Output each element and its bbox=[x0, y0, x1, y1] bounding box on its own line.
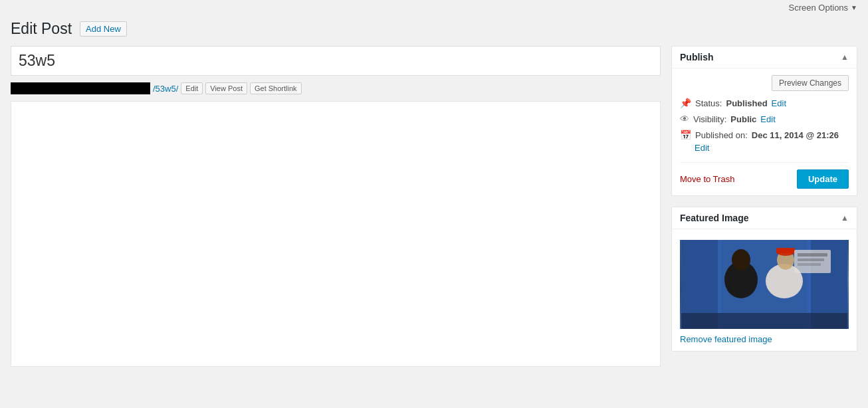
published-on-label: Published on: bbox=[695, 130, 748, 140]
page-header: Edit Post Add New bbox=[0, 15, 868, 46]
page-title: Edit Post bbox=[11, 20, 72, 38]
permalink-bar: /53w5/ Edit View Post Get Shortlink bbox=[11, 80, 661, 97]
visibility-icon: 👁 bbox=[680, 114, 689, 124]
visibility-edit-link[interactable]: Edit bbox=[760, 114, 775, 124]
visibility-row: 👁 Visibility: Public Edit bbox=[680, 114, 849, 124]
get-shortlink-button[interactable]: Get Shortlink bbox=[250, 82, 302, 94]
featured-image-collapse-button[interactable]: ▲ bbox=[841, 213, 849, 223]
status-icon: 📌 bbox=[680, 98, 691, 108]
status-row: 📌 Status: Published Edit bbox=[680, 98, 849, 108]
calendar-icon: 📅 bbox=[680, 130, 691, 140]
permalink-slug[interactable]: /53w5/ bbox=[153, 84, 178, 94]
move-to-trash-button[interactable]: Move to Trash bbox=[680, 174, 734, 184]
svg-rect-10 bbox=[776, 248, 795, 253]
preview-row: Preview Changes bbox=[680, 75, 849, 91]
screen-options-button[interactable]: Screen Options ▼ bbox=[788, 3, 857, 13]
svg-rect-13 bbox=[798, 258, 824, 261]
published-on-edit-link[interactable]: Edit bbox=[695, 143, 709, 153]
screen-options-label: Screen Options bbox=[788, 3, 848, 13]
svg-rect-14 bbox=[798, 263, 821, 266]
publish-box-title: Publish bbox=[680, 52, 714, 62]
featured-image-meta-box: Featured Image ▲ bbox=[671, 207, 857, 352]
publish-meta-box-header: Publish ▲ bbox=[672, 47, 857, 68]
add-new-button[interactable]: Add New bbox=[80, 21, 127, 37]
permalink-edit-button[interactable]: Edit bbox=[181, 82, 203, 94]
main-layout: /53w5/ Edit View Post Get Shortlink Publ… bbox=[0, 46, 868, 367]
content-area: /53w5/ Edit View Post Get Shortlink bbox=[11, 46, 661, 367]
status-label: Status: bbox=[695, 98, 722, 108]
post-title-input[interactable] bbox=[11, 46, 661, 76]
publish-meta-box: Publish ▲ Preview Changes 📌 Status: Publ… bbox=[671, 46, 857, 196]
editor-area[interactable] bbox=[11, 101, 661, 367]
featured-image-svg bbox=[680, 240, 849, 329]
screen-options-arrow: ▼ bbox=[851, 4, 857, 11]
featured-image-title: Featured Image bbox=[680, 213, 748, 223]
featured-image-header: Featured Image ▲ bbox=[672, 207, 857, 229]
publish-actions: Move to Trash Update bbox=[680, 162, 849, 189]
visibility-value: Public bbox=[730, 114, 756, 124]
visibility-label: Visibility: bbox=[693, 114, 726, 124]
status-value: Published bbox=[726, 98, 767, 108]
svg-rect-12 bbox=[798, 253, 827, 256]
svg-point-6 bbox=[732, 249, 750, 270]
remove-featured-image-link[interactable]: Remove featured image bbox=[680, 334, 849, 344]
update-button[interactable]: Update bbox=[797, 169, 849, 189]
top-bar: Screen Options ▼ bbox=[0, 0, 868, 15]
published-on-row: 📅 Published on: Dec 11, 2014 @ 21:26 bbox=[680, 130, 849, 140]
publish-collapse-button[interactable]: ▲ bbox=[841, 52, 849, 62]
featured-image-body: Remove featured image bbox=[672, 229, 857, 351]
view-post-button[interactable]: View Post bbox=[205, 82, 247, 94]
permalink-base-url bbox=[11, 82, 150, 94]
published-on-value: Dec 11, 2014 @ 21:26 bbox=[752, 130, 839, 140]
featured-image-container: Remove featured image bbox=[680, 240, 849, 344]
preview-changes-button[interactable]: Preview Changes bbox=[772, 75, 849, 91]
featured-image-display[interactable] bbox=[680, 240, 849, 329]
sidebar: Publish ▲ Preview Changes 📌 Status: Publ… bbox=[671, 46, 857, 367]
svg-rect-15 bbox=[681, 313, 847, 329]
status-edit-link[interactable]: Edit bbox=[772, 98, 786, 108]
publish-meta-box-body: Preview Changes 📌 Status: Published Edit… bbox=[672, 68, 857, 195]
